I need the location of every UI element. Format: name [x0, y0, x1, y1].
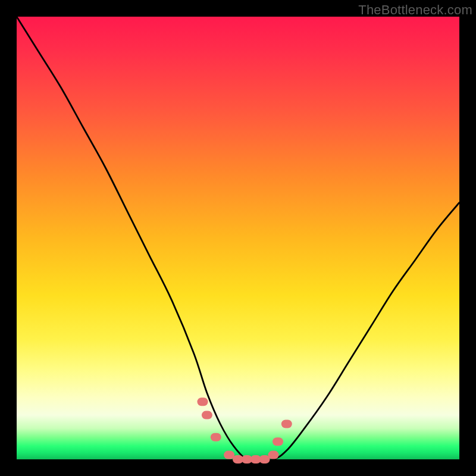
highlight-dot — [273, 437, 283, 446]
highlight-dot — [211, 433, 221, 441]
highlight-dot — [281, 420, 292, 428]
highlight-dot — [202, 411, 212, 419]
chart-frame: TheBottleneck.com — [0, 0, 476, 476]
bottleneck-curve — [17, 17, 459, 461]
highlight-dot — [268, 451, 279, 459]
plot-area — [17, 17, 459, 459]
highlight-dot — [198, 397, 208, 406]
watermark-text: TheBottleneck.com — [358, 2, 472, 18]
curve-layer — [17, 17, 459, 459]
highlight-dot — [224, 451, 234, 459]
highlight-dot — [259, 455, 270, 464]
highlight-dots — [198, 397, 292, 464]
